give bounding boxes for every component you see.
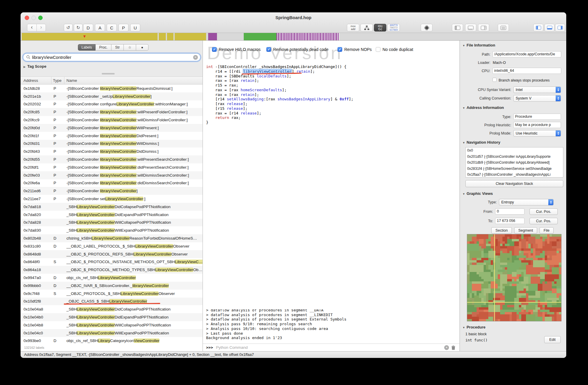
clear-navigation-button[interactable]: Clear Navigation Stack (465, 180, 563, 187)
from-cur-pos-button[interactable]: Cur. Pos. (529, 208, 558, 215)
strip-segment[interactable] (175, 33, 206, 41)
strip-segment[interactable] (244, 33, 276, 41)
table-header[interactable]: Address Type Name (21, 77, 203, 84)
table-row[interactable]: 0x864a18__OBJC_$_PROTOCOL_METHOD_TYPES_S… (21, 266, 203, 274)
checkbox-no-code-duplication[interactable] (376, 47, 380, 52)
show-bottom-panel-button[interactable] (544, 24, 554, 31)
code-line[interactable]: rax = [rax retain]; (206, 92, 353, 97)
checkbox-remove-dead-code[interactable]: ✓ (266, 47, 271, 52)
column-header-address[interactable]: Address (24, 78, 38, 83)
tab-tags[interactable]: ● (136, 44, 148, 51)
section-file-information[interactable]: ▼File Information (462, 43, 495, 47)
table-row[interactable]: 0x10e04b8_SBHLibraryViewControllerWillCo… (21, 321, 203, 329)
toolbar-letter-u[interactable]: U (130, 24, 140, 31)
code-line[interactable]: rax = [rax retain]; (206, 78, 353, 83)
entropy-graph[interactable] (467, 234, 562, 321)
strip-segment[interactable] (167, 33, 173, 41)
table-row[interactable]: 0x7da818_SBHLibraryViewControllerDidColl… (21, 203, 203, 211)
tab-favorites[interactable]: ☆ (124, 44, 136, 51)
strip-segment[interactable] (208, 33, 217, 41)
toolbar-letter-d[interactable]: D (83, 24, 93, 31)
position-strip[interactable]: ▼ (21, 33, 566, 41)
type-field[interactable]: Procedure (513, 114, 561, 120)
navigation-history-list[interactable]: 0x00x201d57 (-[SBIconController isAppLib… (465, 147, 563, 177)
path-field[interactable]: /Applications/Xcode.app/Contents/De (492, 51, 561, 57)
prolog-mode-popup[interactable]: Use Heuristic (513, 130, 561, 137)
layout-options-button[interactable] (498, 24, 509, 31)
code-line[interactable]: rax = [rax homeScreenDefaults]; (206, 88, 353, 92)
table-row[interactable]: 0x831c80D__OBJC_LABEL_PROTOCOL_$_SBHLibr… (21, 242, 203, 250)
column-header-type[interactable]: Type (53, 78, 61, 83)
redo-button[interactable]: ↻ (74, 24, 83, 31)
code-line[interactable]: [r15 release]; (206, 106, 353, 111)
nav-history-item[interactable]: 0x201d57 (-[SBIconController isAppLibrar… (466, 154, 563, 160)
tab-strings[interactable]: Str (111, 44, 124, 51)
code-line[interactable]: int -[SBIconController _showsBadgesInApp… (206, 64, 353, 69)
table-row[interactable]: 0x99bbb0D__OBJC_IVAR_$_SBIconController.… (21, 282, 203, 290)
table-row[interactable]: 0x10e04c0_SBHLibraryViewControllerWillEx… (21, 329, 203, 337)
graphic-type-popup[interactable]: Entropy (499, 199, 554, 205)
clear-console-button[interactable]: ✕ (444, 345, 449, 350)
calling-convention-popup[interactable]: System V (513, 95, 561, 102)
code-line[interactable]: r15 = rax; (206, 83, 353, 88)
pseudocode-view-button[interactable]: if(b) f(x) (374, 24, 386, 31)
code-line[interactable]: [r14 setAllowsBadging:[rax showsBadgesIn… (206, 97, 353, 102)
table-row[interactable]: 0x8648f0S__OBJC_$_PROTOCOL_INSTANCE_METH… (21, 258, 203, 266)
clear-search-button[interactable]: ✕ (193, 55, 198, 60)
to-field[interactable]: 17 673 056 (495, 218, 524, 224)
edit-button[interactable]: Edit (544, 336, 561, 343)
table-row[interactable]: 0x7da820_SBHLibraryViewControllerDidExpa… (21, 211, 203, 219)
prolog-heuristic-field[interactable]: May be a procedure p (513, 122, 561, 128)
strip-segment[interactable] (22, 33, 158, 41)
code-line[interactable]: rax = [SBDefaults localDefaults]; (206, 74, 353, 79)
code-line[interactable]: return rax; (206, 115, 353, 120)
search-input[interactable] (32, 55, 193, 60)
table-row[interactable]: 0x10e04a8_SBHLibraryViewControllerDidCol… (21, 305, 203, 313)
table-row[interactable]: 0x211ee7P-[SBIconController setLibraryVi… (21, 195, 203, 203)
section-range-button[interactable]: Section (491, 227, 512, 234)
segment-range-button[interactable]: Segment (514, 227, 537, 234)
strip-segment[interactable] (276, 33, 339, 41)
toggle-right-pane-button[interactable] (478, 24, 489, 31)
to-cur-pos-button[interactable]: Cur. Pos. (529, 218, 558, 224)
undo-button[interactable]: ↺ (64, 24, 73, 31)
filter-remove-dead-code[interactable]: ✓Remove potentially dead code (266, 47, 328, 52)
table-row[interactable]: 0x201e1bP-[SBIconController _setUpLibrar… (21, 92, 203, 100)
toolbar-letter-c[interactable]: C (107, 24, 117, 31)
table-row[interactable]: 0x202032P-[SBIconController configureLib… (21, 100, 203, 108)
code-line[interactable]: [rax release]; (206, 102, 353, 106)
code-line[interactable]: } (206, 120, 353, 125)
table-row[interactable]: 0x7da830_SBHLibraryViewControllerWillExp… (21, 226, 203, 234)
section-navigation-history[interactable]: ▼Navigation History (462, 140, 500, 145)
nav-history-item[interactable]: 0x201db9 (-[SBIconController isAppLibrar… (466, 160, 563, 166)
tab-procedures[interactable]: Proc. (96, 44, 111, 51)
toolbar-letter-a[interactable]: A (95, 24, 105, 31)
toggle-left-pane-button[interactable] (452, 24, 463, 31)
filter-no-code-duplication[interactable]: No code duplicat (376, 47, 413, 52)
analysis-console[interactable]: > dataflow analysis of procedures in seg… (206, 309, 456, 343)
table-row[interactable]: 0x7da828_SBHLibraryViewControllerWillCol… (21, 219, 203, 227)
filter-remove-hilo-macros[interactable]: ✓Remove HI/LO macros (212, 47, 260, 52)
code-line[interactable]: rax = [r14 release]; (206, 111, 353, 116)
branch-stops-checkbox[interactable] (492, 78, 497, 82)
checkbox-remove-hilo-macros[interactable]: ✓ (212, 47, 217, 52)
table-row[interactable]: 0x1fdb28P-[SBIconController libraryViewC… (21, 84, 203, 92)
table-row[interactable]: 0x20fdf1P-[SBIconController libraryViewC… (21, 163, 203, 171)
table-row[interactable]: 0x20fcc9P-[SBIconController libraryViewC… (21, 116, 203, 124)
debugger-button[interactable] (421, 24, 432, 31)
strip-segment[interactable] (159, 33, 166, 41)
nav-history-item[interactable]: 0x0 (466, 147, 563, 154)
trash-button[interactable] (451, 345, 455, 350)
python-command-input[interactable] (216, 345, 441, 350)
toolbar-letter-p[interactable]: P (118, 24, 128, 31)
table-row[interactable]: 0x20fd0dP-[SBIconController libraryViewC… (21, 124, 203, 132)
section-procedure[interactable]: ▼Procedure (462, 325, 485, 329)
nav-history-item[interactable]: 0x2831f4 (-[SBHomeScreenService setShows… (466, 166, 563, 172)
table-row[interactable]: 0x20fc85P-[SBIconController libraryViewC… (21, 108, 203, 116)
table-row[interactable]: 0x9947a0Dobjc_cls_ref_SBHLibraryViewCont… (21, 274, 203, 282)
hex-view-button[interactable]: 406F70 706572 617469 (387, 24, 400, 31)
table-row[interactable]: 0x20fd43P-[SBIconController libraryViewC… (21, 147, 203, 155)
from-field[interactable]: 0 (495, 208, 524, 215)
column-header-name[interactable]: Name (66, 78, 77, 83)
section-graphic-views[interactable]: ▼Graphic Views (462, 191, 493, 196)
